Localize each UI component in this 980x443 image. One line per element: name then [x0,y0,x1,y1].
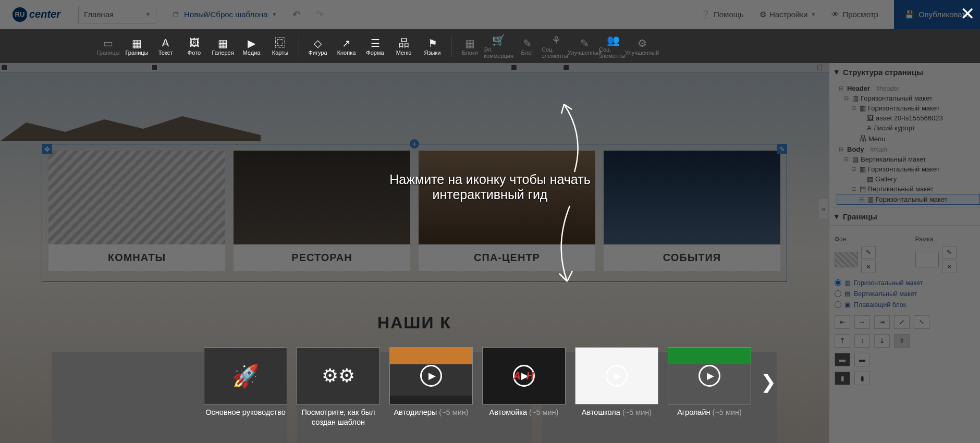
tool-label: Улучшенный [625,50,659,56]
tool-Меню[interactable]: 品Меню [389,37,418,56]
tool-Соц. элементы[interactable]: 👥Соц. элементы [599,34,628,59]
tutorial-card[interactable]: A HАвтомойка (~5 мин) [482,347,566,417]
tool-label: Фото [188,50,201,56]
toolbar: ▭Границы▦ГраницыAТекст🖼Фото▦Галерея▶Меди… [0,29,980,63]
tool-icon: 🖼 [189,37,200,50]
tool-label: Блог [521,50,534,56]
rocket-icon: 🚀 [232,363,259,389]
tool-label: Меню [396,50,412,56]
tool-Соц. элементы[interactable]: ⚘Соц. элементы [542,34,570,59]
tool-label: Границы [126,50,149,56]
tool-Медиа[interactable]: ▶Медиа [237,37,266,56]
tool-icon: ◇ [314,37,322,50]
tutorial-strip: 🚀Основное руководство⚙⚙Посмотрите, как б… [204,347,776,427]
tool-icon: ▶ [248,37,255,50]
tutorial-label: Автодилеры (~5 мин) [394,408,468,417]
tool-icon: ⚙ [638,37,647,50]
tool-label: Карты [272,50,288,56]
tool-Фигура[interactable]: ◇Фигура [303,37,332,56]
tool-label: Галерея [212,50,234,56]
tool-Эл. коммерция[interactable]: 🛒Эл. коммерция [484,34,513,59]
tutorial-thumb[interactable] [668,347,751,404]
tool-label: Границы [97,50,120,56]
tool-label: Фигура [308,50,327,56]
tutorial-card[interactable]: ⚙⚙Посмотрите, как был создан шаблон [297,347,380,427]
tool-label: Эл. коммерция [484,46,513,59]
tool-icon: 👥 [607,34,620,46]
tool-icon: ▭ [103,37,113,50]
tool-icon: ▦ [218,37,228,50]
tutorial-label: Автошкола (~5 мин) [582,408,652,417]
tool-Блог[interactable]: ✎Блог [513,37,542,56]
arrow-up-icon [559,99,590,172]
arrow-down-icon [549,203,580,287]
tool-label: Улучшенный [568,50,602,56]
tool-Галерея[interactable]: ▦Галерея [209,37,237,56]
tool-icon: ☰ [371,37,380,50]
tool-icon: ⿴ [275,37,286,50]
tool-label: Соц. элементы [542,46,570,59]
tool-Улучшенный[interactable]: ✎Улучшенный [570,37,599,56]
tool-Кнопка[interactable]: ↗Кнопка [332,37,361,56]
tool-icon: 🛒 [492,34,505,46]
tutorial-label: Агролайн (~5 мин) [677,408,742,417]
tool-Текст[interactable]: AТекст [151,37,180,56]
tutorial-thumb[interactable] [575,347,658,404]
tool-Границы[interactable]: ▭Границы [94,37,123,56]
tool-Фото[interactable]: 🖼Фото [180,37,209,56]
tool-label: Медиа [243,50,261,56]
tool-label: Языки [424,50,441,56]
tutorial-label: Автомойка (~5 мин) [489,408,559,417]
tool-icon: ↗ [342,37,351,50]
tutorial-thumb[interactable] [389,347,473,404]
tool-label: Форма [366,50,384,56]
tool-icon: ▦ [132,37,142,50]
tutorial-card[interactable]: 🚀Основное руководство [204,347,287,417]
gears-icon: ⚙⚙ [322,365,355,387]
tool-Блоки[interactable]: ▦Блоки [456,37,484,56]
tool-Языки[interactable]: ⚑Языки [418,37,447,56]
tutorial-thumb[interactable]: A H [482,347,566,404]
tool-Карты[interactable]: ⿴Карты [266,37,295,56]
tutorial-card[interactable]: Агролайн (~5 мин) [668,347,751,417]
tool-label: Соц. элементы [599,46,628,59]
tutorial-card[interactable]: Автодилеры (~5 мин) [389,347,473,417]
chevron-right-icon[interactable]: ❯ [761,371,776,393]
tutorial-card[interactable]: Автошкола (~5 мин) [575,347,658,417]
tool-icon: ⚑ [428,37,437,50]
tutorial-hint: Нажмите на иконку чтобы начать интеракти… [389,172,590,202]
play-icon [420,365,442,387]
tool-label: Текст [158,50,173,56]
play-icon [606,365,628,387]
tutorial-thumb[interactable]: ⚙⚙ [297,347,380,404]
tutorial-thumb[interactable]: 🚀 [204,347,287,404]
tool-icon: 品 [399,37,409,50]
tool-icon: ▦ [465,37,475,50]
tool-Границы[interactable]: ▦Границы [123,37,151,56]
tool-icon: ✎ [580,37,589,50]
close-icon[interactable]: ✕ [960,3,975,24]
tool-label: Блоки [462,50,478,56]
tool-label: Кнопка [337,50,356,56]
tool-Форма[interactable]: ☰Форма [361,37,389,56]
play-icon [699,365,720,387]
tool-icon: ✎ [523,37,532,50]
tutorial-label: Основное руководство [205,408,285,417]
tool-Улучшенный[interactable]: ⚙Улучшенный [628,37,656,56]
tool-icon: A [162,37,169,50]
tutorial-label: Посмотрите, как был создан шаблон [297,408,380,427]
tool-icon: ⚘ [552,34,561,46]
